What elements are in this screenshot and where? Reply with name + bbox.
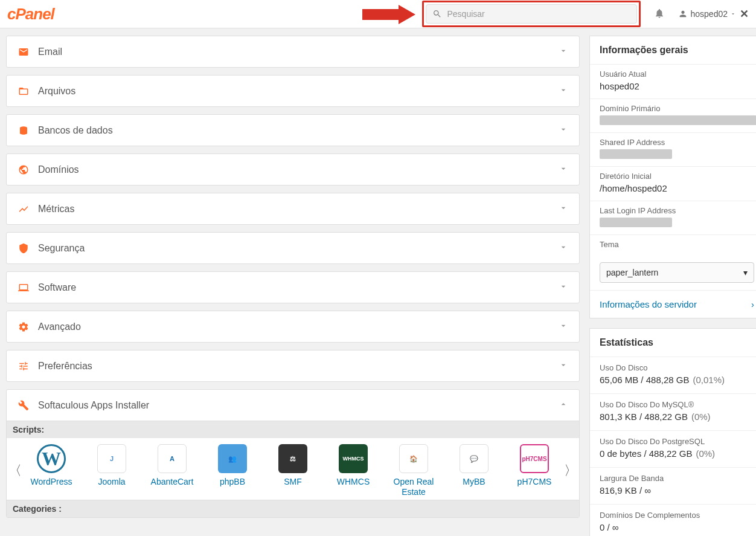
panel-software[interactable]: Software	[6, 271, 580, 303]
last-login-label: Last Login IP Address	[600, 206, 754, 215]
app-icon: W	[37, 444, 66, 473]
panel-title: Preferências	[38, 361, 92, 372]
app-icon: J	[97, 444, 126, 473]
script-smf[interactable]: ⚖SMF	[263, 444, 323, 497]
panel-metrics[interactable]: Métricas	[6, 193, 580, 225]
softaculous-header[interactable]: Softaculous Apps Installer	[7, 390, 579, 421]
app-icon: ⚖	[278, 444, 307, 473]
current-user-value: hosped02	[600, 81, 754, 91]
scripts-heading: Scripts:	[7, 421, 579, 438]
cpanel-logo[interactable]: cPanel	[7, 5, 54, 24]
chevron-down-icon	[559, 360, 568, 372]
panel-files[interactable]: Arquivos	[6, 75, 580, 107]
server-info-link[interactable]: Informações do servidor ›	[590, 290, 756, 318]
script-open-real-estate[interactable]: 🏠Open Real Estate	[383, 444, 444, 497]
app-icon: WHMCS	[339, 444, 368, 473]
theme-select[interactable]: paper_lantern ▾	[600, 262, 754, 283]
script-ph7cms[interactable]: pH7CMSpH7CMS	[504, 444, 565, 497]
app-icon: 👥	[218, 444, 247, 473]
panel-domains[interactable]: Domínios	[6, 153, 580, 186]
script-abantecart[interactable]: AAbanteCart	[142, 444, 202, 497]
primary-domain-redacted	[600, 115, 756, 125]
panel-databases[interactable]: Bancos de dados	[6, 114, 580, 146]
logout-icon[interactable]: ✕	[740, 7, 749, 21]
database-icon	[18, 125, 30, 136]
chevron-down-icon	[559, 203, 568, 215]
script-label: WHMCS	[337, 477, 370, 487]
stats-panel: Estatísticas Uso Do Disco65,06 MB / 488,…	[589, 328, 756, 536]
theme-value: paper_lantern	[606, 268, 658, 277]
panel-title: Softaculous Apps Installer	[38, 400, 149, 411]
user-menu[interactable]: hosped02 ✕	[678, 7, 749, 21]
script-label: pH7CMS	[517, 477, 552, 487]
stat-label: Largura De Banda	[600, 474, 754, 483]
scroll-left-button[interactable]: 〈	[9, 462, 21, 480]
chevron-up-icon	[559, 399, 568, 411]
panel-title: Métricas	[38, 204, 74, 215]
chevron-right-icon: ›	[751, 299, 754, 309]
stat-label: Uso Do Disco	[600, 363, 754, 372]
panel-title: Domínios	[38, 164, 79, 175]
chart-line-icon	[18, 204, 30, 215]
script-whmcs[interactable]: WHMCSWHMCS	[323, 444, 383, 497]
panel-advanced[interactable]: Avançado	[6, 311, 580, 343]
chevron-down-icon	[559, 282, 568, 293]
categories-heading: Categories :	[7, 500, 579, 517]
gears-icon	[18, 321, 30, 332]
script-label: SMF	[284, 477, 302, 487]
home-dir-label: Diretório Inicial	[600, 172, 754, 181]
caret-down-icon	[730, 11, 736, 17]
stat-row: Uso Do Disco65,06 MB / 488,28 GB(0,01%)	[590, 357, 756, 393]
laptop-icon	[18, 282, 30, 293]
user-icon	[678, 9, 688, 19]
panel-email[interactable]: Email	[6, 36, 580, 68]
script-mybb[interactable]: 💬MyBB	[444, 444, 504, 497]
home-dir-value: /home/hosped02	[600, 183, 754, 193]
script-phpbb[interactable]: 👥phpBB	[202, 444, 263, 497]
search-highlight-box	[422, 1, 641, 27]
primary-domain-label: Domínio Primário	[600, 104, 754, 113]
search-input[interactable]	[447, 9, 630, 19]
stat-row: Uso Do Disco Do PostgreSQL0 de bytes / 4…	[590, 430, 756, 467]
general-info-panel: Informações gerais Usuário Atual hosped0…	[589, 36, 756, 318]
username-label: hosped02	[690, 9, 728, 19]
scroll-right-button[interactable]: 〉	[565, 462, 577, 480]
panel-security[interactable]: Segurança	[6, 232, 580, 264]
stat-value: 0 / ∞	[600, 522, 754, 532]
script-label: AbanteCart	[151, 477, 194, 487]
panel-title: Email	[38, 47, 62, 57]
stat-label: Domínios De Complementos	[600, 511, 754, 520]
stat-row: Domínios De Complementos0 / ∞	[590, 504, 756, 536]
general-info-title: Informações gerais	[590, 36, 756, 64]
chevron-down-icon	[559, 164, 568, 175]
tools-icon	[18, 400, 30, 411]
panel-title: Software	[38, 282, 76, 293]
stat-value: 65,06 MB / 488,28 GB(0,01%)	[600, 375, 754, 385]
stat-value: 801,3 KB / 488,22 GB(0%)	[600, 412, 754, 422]
envelope-icon	[18, 47, 30, 57]
search-icon	[432, 9, 442, 19]
stat-label: Uso Do Disco Do PostgreSQL	[600, 437, 754, 446]
folder-open-icon	[18, 86, 30, 97]
chevron-down-icon	[559, 85, 568, 97]
stats-title: Estatísticas	[590, 329, 756, 357]
script-joomla[interactable]: JJoomla	[82, 444, 142, 497]
notifications-icon[interactable]	[654, 8, 665, 21]
app-icon: pH7CMS	[520, 444, 549, 473]
panel-title: Bancos de dados	[38, 125, 113, 136]
chevron-down-icon	[559, 321, 568, 332]
script-label: Joomla	[98, 477, 125, 487]
script-label: MyBB	[463, 477, 485, 487]
script-label: WordPress	[31, 477, 72, 487]
panel-preferences[interactable]: Preferências	[6, 350, 580, 382]
server-info-label: Informações do servidor	[600, 299, 697, 309]
stat-value: 0 de bytes / 488,22 GB(0%)	[600, 448, 754, 459]
app-icon: A	[158, 444, 187, 473]
caret-down-icon: ▾	[743, 268, 748, 277]
stat-row: Largura De Banda816,9 KB / ∞	[590, 467, 756, 504]
script-wordpress[interactable]: WWordPress	[21, 444, 82, 497]
shared-ip-redacted	[600, 149, 672, 159]
chevron-down-icon	[559, 46, 568, 57]
search-box[interactable]	[426, 4, 637, 24]
callout-arrow	[362, 5, 415, 24]
